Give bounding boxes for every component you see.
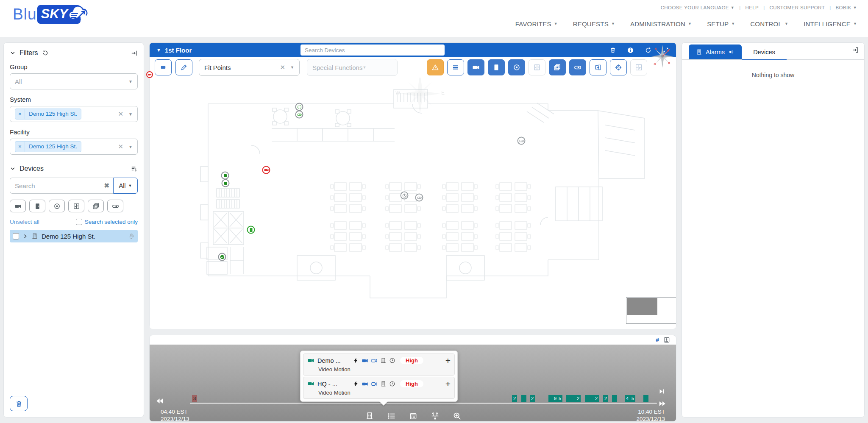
timeline-calendar-icon[interactable] [409,412,417,420]
device-marker-camera[interactable] [262,166,270,174]
draw-pencil-button[interactable] [175,59,192,75]
nav-intelligence[interactable]: INTELLIGENCE▼ [804,20,857,28]
device-marker-dashed[interactable] [295,103,303,111]
mini-map[interactable] [626,297,676,324]
timeline-zoom-icon[interactable]: 6h [453,412,462,422]
group-select[interactable]: All ▼ [10,73,138,89]
remove-tag-icon[interactable]: × [15,142,25,152]
nav-favorites[interactable]: FAVORITES▼ [515,20,558,28]
timeline-event-marker[interactable]: 2 [530,395,535,402]
layer-list-button[interactable] [447,59,464,75]
fit-points-select[interactable]: Fit Points ✕ ▼ [199,59,300,76]
layer-camera-button[interactable] [467,59,484,75]
device-marker-toggle[interactable] [517,137,526,145]
timeline-event-marker[interactable]: 2 [603,395,608,402]
filter-point-button[interactable] [49,200,65,212]
tree-item-checkbox[interactable] [13,233,19,239]
device-marker-door[interactable] [247,226,255,234]
map-info-icon[interactable] [627,47,634,54]
timeline-list-view-icon[interactable] [387,412,396,420]
search-selected-only-checkbox[interactable] [76,219,82,225]
chevron-right-icon[interactable] [22,234,28,239]
device-search-input[interactable] [10,178,113,193]
facility-select[interactable]: ×Demo 125 High St. ✕ ▼ [10,139,138,155]
filter-door-button[interactable] [29,200,45,212]
timeline-event-marker[interactable] [643,395,648,402]
device-tree-item[interactable]: Demo 125 High St. [10,230,138,242]
mini-map-viewport[interactable] [627,298,657,315]
timeline-track-area[interactable]: 32222229522245 04:40 EST2023/12/13 10:40… [150,345,676,422]
timeline-event-marker[interactable]: 2 [512,395,517,402]
rewind-icon[interactable] [156,397,164,405]
device-marker-cam-square[interactable] [221,172,229,180]
skip-to-end-icon[interactable] [658,388,665,395]
clear-search-icon[interactable]: ✖ [104,182,109,189]
map-trash-icon[interactable] [609,47,616,53]
unselect-all-link[interactable]: Unselect all [10,219,39,225]
select-rectangle-button[interactable] [155,59,172,75]
add-event-button[interactable]: + [445,379,451,388]
timeline-event-marker[interactable]: 5 [557,395,562,402]
collapse-panel-icon[interactable] [131,50,138,57]
layer-floors-button[interactable] [549,59,566,75]
timeline-event-marker[interactable]: 2 [576,395,581,402]
remove-tag-icon[interactable]: × [15,109,25,119]
layer-floorplan-button[interactable] [630,59,647,75]
devices-section-header[interactable]: Devices [10,165,138,173]
drag-handle-icon[interactable] [128,233,135,239]
filter-camera-button[interactable] [10,200,26,212]
clear-select-icon[interactable]: ✕ [280,64,286,71]
layer-door-button[interactable] [488,59,505,75]
timeline-download-icon[interactable] [663,337,670,343]
timeline-filter-icon[interactable] [431,412,440,420]
reset-filters-icon[interactable] [42,50,49,56]
device-marker-toggle[interactable] [295,111,303,119]
clear-select-icon[interactable]: ✕ [118,110,124,118]
timeline-event-marker[interactable] [570,395,576,402]
nav-setup[interactable]: SETUP▼ [707,20,735,28]
timeline-building-filter-icon[interactable] [365,412,374,420]
filters-section-header[interactable]: Filters [10,49,138,57]
filter-floors-button[interactable] [88,200,104,212]
speaker-icon[interactable] [728,49,734,55]
utility-link-help[interactable]: HELP [746,5,759,10]
timeline-track[interactable] [190,403,657,404]
event-row[interactable]: Demo ...High+Video Motion [303,353,455,376]
device-marker-cam-square[interactable] [222,179,230,187]
system-select[interactable]: ×Demo 125 High St. ✕ ▼ [10,106,138,122]
utility-link-bobik[interactable]: BOBIK▼ [836,5,857,10]
filter-toggle-button[interactable] [107,200,123,212]
layer-exit-door-button[interactable] [590,59,606,75]
tab-devices[interactable]: Devices [742,45,787,60]
event-row[interactable]: HQ - ...High+Video Motion [303,377,455,399]
nav-requests[interactable]: REQUESTS▼ [573,20,615,28]
add-event-button[interactable]: + [445,356,451,365]
timeline-event-marker[interactable] [521,395,526,402]
timeline-event-marker[interactable]: 3 [192,395,197,402]
panel-export-icon[interactable] [851,46,859,54]
nav-control[interactable]: CONTROL▼ [750,20,788,28]
special-functions-select[interactable]: Special Functions ▼ [307,59,398,76]
layer-elevator-button[interactable] [529,59,545,75]
layer-toggle-button[interactable] [569,59,586,75]
device-marker-fan[interactable] [401,192,409,200]
timeline-count-toggle[interactable]: # [656,337,659,343]
layer-warning-button[interactable] [427,59,444,75]
layer-point-button[interactable] [508,59,525,75]
filter-elevator-button[interactable] [68,200,84,212]
timeline-event-marker[interactable]: 5 [630,395,635,402]
floor-selector[interactable]: ▼ 1st Floor [156,47,192,54]
timeline-event-marker[interactable] [612,395,617,402]
map-device-search-input[interactable] [300,45,445,56]
fast-forward-icon[interactable] [658,400,666,408]
clear-select-icon[interactable]: ✕ [118,143,124,150]
nav-administration[interactable]: ADMINISTRATION▼ [630,20,692,28]
compass-rose-icon[interactable] [651,45,674,68]
layer-target-button[interactable] [610,59,627,75]
timeline-event-marker[interactable]: 2 [594,395,599,402]
device-type-filter-button[interactable]: All▼ [113,178,138,194]
trash-button[interactable] [10,396,28,411]
blusky-logo[interactable]: BluSKY [13,3,91,25]
utility-link-customer-support[interactable]: CUSTOMER SUPPORT [770,5,825,10]
device-marker-toggle[interactable] [415,194,423,202]
